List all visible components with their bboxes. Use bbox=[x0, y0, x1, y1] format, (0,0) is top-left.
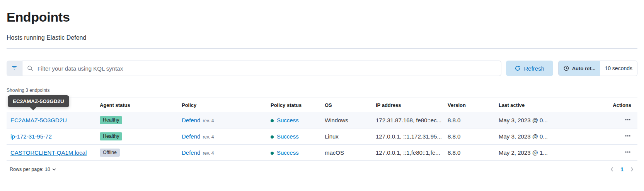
endpoint-count-summary: Showing 3 endpoints bbox=[7, 88, 637, 93]
ip-cell: 172.31.87.168, fe80::ec... bbox=[373, 112, 445, 128]
last-active-cell: May 2, 2023 @ 1... bbox=[496, 145, 584, 161]
chevron-down-icon bbox=[52, 168, 56, 171]
col-header-policy-status[interactable]: Policy status bbox=[267, 98, 322, 112]
os-cell: Linux bbox=[322, 128, 373, 145]
ip-cell: 127.0.0.1, ::1,172.31.95... bbox=[373, 128, 445, 145]
policy-revision: rev. 4 bbox=[203, 150, 214, 156]
status-dot bbox=[271, 152, 274, 155]
kql-search-box bbox=[22, 61, 501, 76]
search-input[interactable] bbox=[37, 65, 496, 72]
agent-status-badge: Offline bbox=[100, 149, 120, 157]
col-header-ip[interactable]: IP address bbox=[373, 98, 445, 112]
policy-status-link[interactable]: Success bbox=[277, 149, 299, 156]
policy-revision: rev. 4 bbox=[203, 134, 214, 140]
actions-menu-button[interactable] bbox=[624, 115, 631, 125]
chevron-right-icon bbox=[630, 167, 634, 172]
last-active-cell: May 3, 2023 @ 0... bbox=[496, 128, 584, 145]
filter-icon bbox=[11, 65, 17, 72]
auto-refresh-button[interactable]: Auto ref... bbox=[559, 61, 600, 76]
version-cell: 8.8.0 bbox=[445, 145, 496, 161]
policy-revision: rev. 4 bbox=[203, 118, 214, 123]
actions-menu-button[interactable] bbox=[624, 132, 631, 141]
auto-refresh-label: Auto ref... bbox=[572, 66, 596, 71]
page-subtitle: Hosts running Elastic Defend bbox=[7, 34, 637, 41]
col-header-version[interactable]: Version bbox=[445, 98, 496, 112]
col-header-policy[interactable]: Policy bbox=[179, 98, 267, 112]
last-active-cell: May 3, 2023 @ 0... bbox=[496, 112, 584, 128]
chevron-left-icon bbox=[610, 167, 613, 172]
status-dot bbox=[271, 135, 274, 139]
table-footer: Rows per page: 10 1 bbox=[7, 166, 637, 172]
endpoints-table-wrap: EC2AMAZ-5O3GD2U Agent status Policy Poli… bbox=[7, 98, 637, 161]
policy-link[interactable]: Defend bbox=[182, 149, 200, 156]
version-cell: 8.8.0 bbox=[445, 128, 496, 145]
boxes-horizontal-icon bbox=[625, 150, 630, 156]
refresh-button[interactable]: Refresh bbox=[506, 61, 553, 76]
auto-refresh-control: Auto ref... 10 seconds bbox=[558, 61, 637, 76]
hostname-tooltip-text: EC2AMAZ-5O3GD2U bbox=[13, 98, 64, 104]
next-page-button[interactable] bbox=[630, 166, 634, 172]
boxes-horizontal-icon bbox=[625, 134, 630, 140]
pagination: 1 bbox=[610, 166, 637, 172]
page-title: Endpoints bbox=[7, 9, 637, 25]
table-row: EC2AMAZ-5O3GD2U Healthy Defendrev. 4 Suc… bbox=[7, 112, 637, 128]
refresh-label: Refresh bbox=[524, 65, 544, 72]
header-divider bbox=[7, 48, 637, 49]
search-toolbar: Refresh Auto ref... 10 seconds bbox=[7, 61, 637, 76]
policy-link[interactable]: Defend bbox=[182, 133, 200, 140]
actions-menu-button[interactable] bbox=[624, 148, 631, 157]
ip-cell: 127.0.0.1, ::1,fe80::1,fe... bbox=[373, 145, 445, 161]
time-refresh-icon bbox=[563, 65, 569, 71]
col-header-agent-status[interactable]: Agent status bbox=[97, 98, 179, 112]
version-cell: 8.8.0 bbox=[445, 112, 496, 128]
agent-status-badge: Healthy bbox=[100, 116, 122, 124]
os-cell: Windows bbox=[322, 112, 373, 128]
status-dot bbox=[271, 119, 274, 122]
search-icon bbox=[27, 65, 33, 71]
policy-link[interactable]: Defend bbox=[182, 117, 200, 123]
filter-button[interactable] bbox=[7, 61, 22, 76]
endpoint-link[interactable]: CASTORCLIENT-QA1M.local bbox=[10, 149, 87, 156]
table-row: ip-172-31-95-72 Healthy Defendrev. 4 Suc… bbox=[7, 128, 637, 145]
refresh-icon bbox=[515, 65, 521, 71]
tooltip-arrow bbox=[30, 107, 36, 110]
page-number-1[interactable]: 1 bbox=[620, 166, 624, 172]
hostname-tooltip: EC2AMAZ-5O3GD2U bbox=[8, 95, 69, 107]
auto-refresh-interval[interactable]: 10 seconds bbox=[600, 61, 637, 76]
os-cell: macOS bbox=[322, 145, 373, 161]
table-header-row: Agent status Policy Policy status OS IP … bbox=[7, 98, 637, 112]
col-header-last-active[interactable]: Last active bbox=[496, 98, 584, 112]
col-header-os[interactable]: OS bbox=[322, 98, 373, 112]
policy-status-link[interactable]: Success bbox=[277, 117, 299, 123]
endpoint-link[interactable]: EC2AMAZ-5O3GD2U bbox=[10, 117, 67, 123]
policy-status-link[interactable]: Success bbox=[277, 133, 299, 140]
rows-per-page-label: Rows per page: 10 bbox=[10, 167, 50, 172]
col-header-actions: Actions bbox=[584, 98, 637, 112]
boxes-horizontal-icon bbox=[625, 118, 630, 123]
endpoints-table: Agent status Policy Policy status OS IP … bbox=[7, 98, 637, 161]
previous-page-button[interactable] bbox=[610, 166, 614, 172]
table-row: CASTORCLIENT-QA1M.local Offline Defendre… bbox=[7, 145, 637, 161]
agent-status-badge: Healthy bbox=[100, 132, 122, 140]
rows-per-page-button[interactable]: Rows per page: 10 bbox=[7, 166, 58, 172]
endpoint-link[interactable]: ip-172-31-95-72 bbox=[10, 133, 52, 140]
